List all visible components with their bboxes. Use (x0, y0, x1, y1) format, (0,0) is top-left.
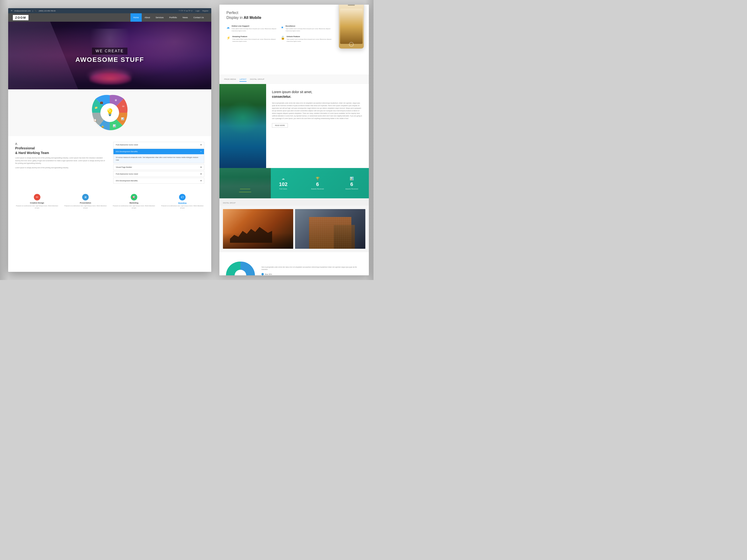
services-section: 💡 💼 🖥 🗂 📊 📊 🔒 📋 📁 (8, 89, 211, 136)
amazing-desc: Class aptent Back tacitus litora torquen… (232, 38, 277, 43)
mobile-phone (338, 5, 364, 49)
cloud-icon[interactable]: ☁ (186, 10, 188, 12)
accordion-label-3: Visual Page Builder (116, 166, 132, 168)
login-link[interactable]: Login (196, 10, 200, 12)
legend-blue-label: Blue 35% (265, 273, 272, 275)
about-text-2: Lorem ipsum is simply dummy text of the … (15, 166, 106, 169)
accordion-header-5[interactable]: iOS Development Benefits + (113, 178, 204, 183)
marketing-icon: 📢 (131, 194, 137, 201)
content-heading-strong: consectetur. (272, 95, 291, 99)
svg-text:📊: 📊 (113, 124, 116, 127)
awards2-label: Awards Received (335, 188, 369, 190)
top-bar-left: ✉ info@yourdomain.com | 📞 (0800) 123-456… (11, 10, 56, 12)
unlock-content: Unlock Feature Type system such sociosqu… (287, 35, 332, 43)
accordion-plus-5: + (200, 180, 202, 182)
hero-section: WE CREATE AWOESOME STUFF (8, 22, 211, 89)
amazing-icon: ⚡ (227, 36, 230, 40)
feature-marketing: 📢 Marketing Praesent at condimentum dum,… (112, 194, 156, 209)
separator: | (32, 10, 33, 12)
creative-design-icon: ✏ (34, 194, 41, 201)
feature-branding: 🏷 Branding Praesent at condimentum dum, … (161, 194, 205, 209)
about-text-1: Lorem ipsum is simply dummy text of the … (15, 157, 106, 164)
accordion-minus-2: − (200, 150, 202, 153)
pie-section: Sed ut perspiciatis unde omnis iste natu… (220, 252, 369, 275)
pinterest-icon[interactable]: p (191, 10, 192, 12)
accordion-label-1: Font Awesome Icons Used (116, 144, 138, 146)
about-title: A Professional& Hard Working Team (15, 142, 106, 155)
unlock-desc: Type system such sociosqu litora torquen… (287, 38, 332, 43)
feature-excellence: ★ Excellence Type system such sociosqu l… (281, 25, 332, 32)
accordion-content-2: Ut cursus massa at urnaaculis evde. Sed … (113, 154, 204, 163)
googleplus-icon[interactable]: G+ (181, 10, 183, 12)
svg-text:💡: 💡 (105, 108, 114, 116)
fullcases-icon: ☁ (266, 177, 301, 180)
main-wrapper: ✉ info@yourdomain.com | 📞 (0800) 123-456… (0, 0, 374, 280)
accordion-item-2: iOS Development Benefits − Ut cursus mas… (113, 149, 204, 163)
stat-awards1: 🏆 6 Awards Received (301, 177, 335, 190)
excellence-desc: Type system such sociosqu litora torquen… (286, 28, 332, 32)
content-body: Sed ut perspiciatis unde omnis iste natu… (272, 102, 363, 120)
content-image (220, 84, 266, 168)
about-section: A Professional& Hard Working Team Lorem … (8, 136, 211, 190)
hero-title: AWOESOME STUFF (75, 56, 144, 63)
twitter-icon[interactable]: t (180, 10, 180, 12)
register-link[interactable]: Register (202, 10, 208, 12)
accordion-plus-1: + (200, 143, 202, 146)
nav-news[interactable]: News (180, 13, 191, 22)
read-more-button[interactable]: READ MORE (272, 123, 288, 128)
feature-online-support: ☁ Online Live Support Class aptent tacit… (227, 25, 277, 32)
accordion-label-4: Font Awesome Icons Used (116, 173, 138, 175)
gallery-item-sunset (223, 209, 293, 249)
top-bar: ✉ info@yourdomain.com | 📞 (0800) 123-456… (8, 8, 211, 13)
accordion-header-4[interactable]: Font Awesome Icons Used + (113, 171, 204, 177)
pie-description: Sed ut perspiciatis unde omnis iste natu… (261, 266, 363, 271)
amazing-content: Amazing Feature Class aptent Back tacitu… (232, 35, 277, 43)
email-text: info@yourdomain.com (14, 10, 31, 12)
legend-blue-dot (261, 273, 264, 275)
tab-latest[interactable]: LATEST (239, 77, 247, 82)
tab-digital-group[interactable]: DIGITAL GROUP (250, 77, 264, 82)
phone-icon: 📞 (35, 10, 37, 12)
gallery-section (220, 206, 369, 252)
left-panel: ✉ info@yourdomain.com | 📞 (0800) 123-456… (8, 8, 211, 272)
svg-text:📊: 📊 (121, 117, 124, 121)
accordion-label-2: iOS Development Benefits (116, 151, 138, 153)
nav-services[interactable]: Services (153, 13, 166, 22)
creative-design-desc: Praesent at condimentum dum, eget tempus… (15, 205, 59, 209)
svg-text:💼: 💼 (100, 101, 103, 104)
accordion-header-1[interactable]: Font Awesome Icons Used + (113, 142, 204, 148)
nav-about[interactable]: About (142, 13, 153, 22)
tabs-section: PRIZE MEDIA LATEST DIGITAL GROUP (220, 75, 369, 84)
facebook-icon[interactable]: f (179, 10, 179, 12)
accordion-header-3[interactable]: Visual Page Builder + (113, 164, 204, 170)
features-section: ✏ Creative Design Praesent at condimentu… (8, 190, 211, 215)
tab-prize-media[interactable]: PRIZE MEDIA (224, 77, 236, 82)
accordion-item-4: Font Awesome Icons Used + (113, 171, 204, 177)
pie-legend: Sed ut perspiciatis unde omnis iste natu… (261, 266, 363, 275)
marketing-label: Marketing (130, 202, 138, 204)
fullcases-label: Full Cases (266, 188, 301, 190)
creative-design-label: Creative Design (30, 202, 44, 204)
nav-portfolio[interactable]: Portfolio (166, 13, 180, 22)
svg-text:🖥: 🖥 (114, 99, 117, 102)
wheel-svg: 💡 💼 🖥 🗂 📊 📊 🔒 📋 📁 (89, 92, 131, 134)
presentation-label: Presentation (80, 202, 91, 204)
accordion-header-2[interactable]: iOS Development Benefits − (113, 149, 204, 154)
nav-contact[interactable]: Contact Us (190, 13, 207, 22)
linkedin-icon[interactable]: in (184, 10, 185, 12)
legend-blue: Blue 35% (261, 273, 363, 275)
accordion-item-5: iOS Development Benefits + (113, 178, 204, 184)
site-logo[interactable]: ZOOM (13, 15, 28, 20)
about-title-strong: Professional& Hard Working Team (15, 146, 106, 155)
svg-text:🗂: 🗂 (122, 105, 124, 107)
nav-home[interactable]: Home (130, 13, 142, 22)
online-support-title: Online Live Support (232, 25, 277, 27)
about-left: A Professional& Hard Working Team Lorem … (15, 142, 106, 185)
gplus2-icon[interactable]: G+ (188, 10, 191, 12)
services-wheel: 💡 💼 🖥 🗂 📊 📊 🔒 📋 📁 (89, 92, 131, 134)
awards1-label: Awards Received (301, 188, 335, 190)
pie-legend-items: Blue 35% Orange 25% Light 20% Teal 20% (261, 273, 363, 275)
accordion-plus-4: + (200, 173, 202, 175)
portfolio-tab-label[interactable]: DIGITAL GROUP (223, 202, 235, 204)
right-panel: PerfectDisplay in All Mobile ☁ Online Li… (220, 5, 369, 275)
